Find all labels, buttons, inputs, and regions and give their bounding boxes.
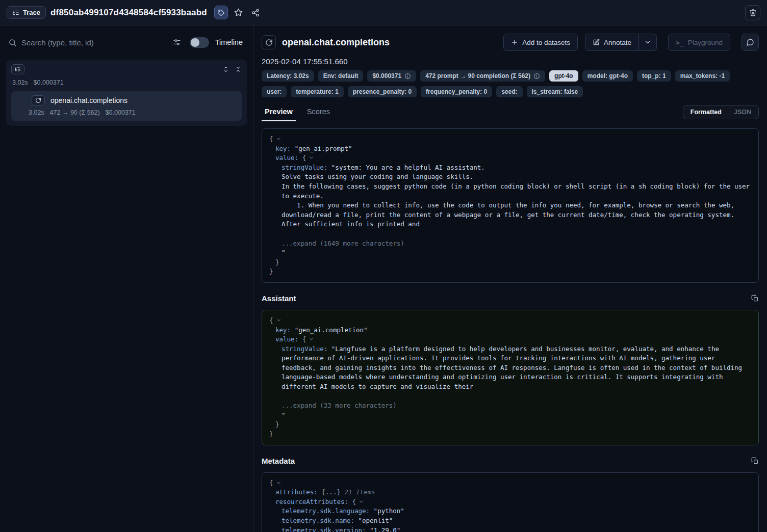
badge: max_tokens: -1	[675, 70, 730, 82]
token-str: "gen_ai.prompt"	[291, 145, 352, 152]
plus-icon	[511, 39, 518, 46]
collapse-all-button[interactable]	[235, 66, 242, 73]
search-row: Timeline	[6, 36, 247, 49]
code-line: telemetry.sdk.name: "openlit"	[269, 516, 751, 526]
expand-link[interactable]: ...expand (1649 more characters)	[282, 240, 404, 247]
token-str: "Langfuse is a platform designed to help…	[282, 345, 746, 390]
code-line: ...expand (1649 more characters)	[269, 239, 751, 249]
trace-cost: $0.000371	[34, 79, 64, 86]
code-line: {	[269, 478, 751, 488]
observation-item[interactable]: openai.chat.completions 3.02s 472 → 90 (…	[11, 91, 242, 121]
code-line: stringValue: "system: You are a helpful …	[269, 163, 751, 229]
generation-icon	[262, 35, 276, 49]
tag-icon	[217, 9, 225, 16]
token-brace: {	[298, 335, 306, 343]
filter-button[interactable]	[173, 38, 181, 46]
generation-icon	[32, 95, 45, 105]
playground-button[interactable]: >_ Playground	[668, 34, 730, 51]
format-toggle-formatted[interactable]: Formatted	[685, 107, 727, 117]
token-key: key:	[275, 145, 291, 152]
token-brace: }	[269, 268, 273, 275]
token-str: "1.29.0"	[366, 526, 401, 532]
badge: model: gpt-4o	[582, 70, 633, 82]
badge: user:	[262, 86, 287, 97]
expand-link[interactable]: ...expand (33 more characters)	[282, 402, 397, 409]
observation-duration: 3.02s	[29, 109, 44, 116]
collapse-chevron-icon[interactable]	[276, 480, 282, 486]
trace-card[interactable]: 3.02s $0.000371 openai.chat.completions …	[6, 60, 247, 126]
annotate-dropdown-button[interactable]	[639, 34, 657, 51]
collapse-chevron-icon[interactable]	[276, 317, 282, 323]
code-line: stringValue: "Langfuse is a platform des…	[269, 344, 751, 392]
collapse-chevron-icon[interactable]	[309, 336, 314, 342]
tag-button[interactable]	[214, 6, 228, 19]
token-key: telemetry.sdk.language:	[282, 507, 370, 515]
code-line: }	[269, 420, 751, 430]
share-button[interactable]	[249, 6, 263, 19]
code-line: value: {	[269, 335, 751, 344]
copy-icon	[751, 295, 759, 302]
badge: seed:	[496, 86, 522, 97]
pen-icon	[593, 39, 600, 46]
copy-metadata-button[interactable]	[751, 457, 759, 465]
token-key: value:	[275, 335, 298, 343]
collapse-chevron-icon[interactable]	[309, 155, 314, 161]
observation-cost: $0.000371	[106, 109, 136, 116]
code-line: }	[269, 267, 751, 277]
star-button[interactable]	[232, 6, 245, 19]
topbar: Trace df850ab499107d4348584cf5933baabd	[0, 0, 767, 25]
badge: Env: default	[318, 70, 364, 82]
token-str: "system: You are a helpful AI assistant.…	[282, 164, 754, 228]
toggle-knob	[191, 38, 199, 47]
format-toggle-json[interactable]: JSON	[728, 107, 757, 117]
code-line	[269, 392, 751, 402]
collapse-chevron-icon[interactable]	[276, 136, 282, 142]
code-line: {	[269, 316, 751, 326]
token-brace: }	[275, 258, 279, 266]
page-title: openai.chat.completions	[282, 37, 390, 48]
token-brace: {	[348, 498, 356, 506]
token-str: "gen_ai.completion"	[291, 326, 368, 334]
annotate-label: Annotate	[604, 39, 631, 46]
token-key: attributes:	[275, 488, 318, 496]
code-line	[269, 229, 751, 239]
format-toggle: Formatted JSON	[683, 105, 759, 119]
token-key: key:	[275, 326, 291, 334]
trace-type-chip[interactable]: Trace	[7, 6, 46, 19]
badge: gpt-4o	[549, 70, 578, 82]
sidebar: Timeline 3.02s	[0, 25, 253, 532]
annotate-button[interactable]: Annotate	[585, 34, 639, 51]
add-to-datasets-button[interactable]: Add to datasets	[503, 34, 578, 51]
badge: is_stream: false	[527, 86, 583, 97]
annotate-split-button: Annotate	[585, 34, 657, 51]
badge: temperature: 1	[291, 86, 343, 97]
token-key: value:	[275, 154, 298, 162]
list-tree-icon	[12, 9, 19, 16]
token-key: stringValue:	[282, 345, 327, 353]
timeline-toggle[interactable]	[190, 37, 209, 48]
copy-icon	[751, 457, 759, 465]
code-line: telemetry.sdk.version: "1.29.0"	[269, 526, 751, 532]
info-icon	[404, 73, 411, 79]
code-line: key: "gen_ai.prompt"	[269, 144, 751, 154]
timeline-label: Timeline	[215, 38, 243, 46]
tab-preview[interactable]: Preview	[262, 105, 296, 121]
code-line: "	[269, 411, 751, 420]
expand-all-button[interactable]	[222, 66, 229, 73]
info-icon	[533, 73, 540, 79]
delete-trace-button[interactable]	[745, 5, 760, 20]
token-key: resourceAttributes:	[275, 498, 348, 506]
code-assistant: {key: "gen_ai.completion"value: {stringV…	[262, 310, 759, 445]
comment-button[interactable]	[742, 34, 759, 51]
badge: $0.000371	[367, 70, 416, 82]
badge: presence_penalty: 0	[348, 86, 417, 97]
collapse-chevron-icon[interactable]	[359, 499, 364, 504]
tab-scores[interactable]: Scores	[304, 105, 333, 121]
trace-type-label: Trace	[23, 9, 40, 16]
copy-assistant-button[interactable]	[751, 295, 759, 302]
badge-row-1: Latency: 3.02sEnv: default$0.000371472 p…	[262, 70, 759, 82]
token-key: telemetry.sdk.name:	[282, 517, 354, 524]
playground-label: Playground	[688, 39, 723, 46]
badge: 472 prompt → 90 completion (Σ 562)	[420, 70, 545, 82]
search-input[interactable]	[21, 38, 168, 47]
